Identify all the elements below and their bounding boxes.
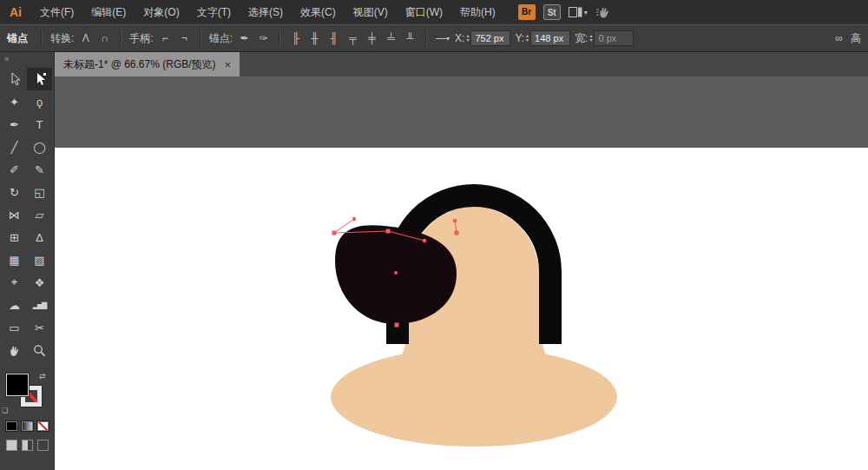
align-left-icon[interactable]: ╟ <box>288 30 303 47</box>
canvas[interactable] <box>55 76 868 470</box>
tools-panel: « ✦ ϙ ✒ T ╱ ◯ ✐ <box>0 52 55 470</box>
menu-type[interactable]: 文字(T) <box>188 0 240 24</box>
handle-end-point[interactable] <box>352 217 356 221</box>
mesh-tool[interactable]: ▦ <box>2 248 27 271</box>
column-graph-tool[interactable]: ▂▅▇ <box>27 294 52 316</box>
shape-builder-tool[interactable]: ⊞ <box>2 226 27 248</box>
pencil-tool[interactable]: ✎ <box>27 158 52 181</box>
menu-effect[interactable]: 效果(C) <box>292 0 345 24</box>
magnifier-icon <box>33 344 46 357</box>
stepper-down-icon[interactable]: ▾ <box>526 38 529 43</box>
menu-select[interactable]: 选择(S) <box>240 0 292 24</box>
swap-fill-stroke-icon[interactable]: ⇄ <box>39 372 46 381</box>
default-colors-icon[interactable]: ❏ <box>2 407 8 414</box>
convert-corner-icon[interactable]: Λ <box>78 30 93 47</box>
fill-color-swatch[interactable] <box>6 374 29 396</box>
color-button[interactable] <box>5 420 18 432</box>
y-stepper[interactable]: ▴ ▾ <box>526 34 529 43</box>
illustrator-window: Ai 文件(F) 编辑(E) 对象(O) 文字(T) 选择(S) 效果(C) 视… <box>0 0 868 470</box>
menu-window[interactable]: 窗口(W) <box>397 0 451 24</box>
tab-bar: 未标题-1* @ 66.67% (RGB/预览) × <box>55 52 868 76</box>
y-input[interactable]: 148 px <box>530 30 570 46</box>
menu-view[interactable]: 视图(V) <box>345 0 397 24</box>
x-stepper[interactable]: ▴ ▾ <box>466 34 469 43</box>
rotate-tool[interactable]: ↻ <box>2 181 27 203</box>
none-button[interactable] <box>36 420 49 432</box>
anchor-point[interactable] <box>386 229 391 234</box>
anchor-point[interactable] <box>332 231 337 235</box>
convert-label: 转换: <box>50 31 74 46</box>
show-handles-icon[interactable]: ⌐ <box>158 30 173 47</box>
menu-help[interactable]: 帮助(H) <box>451 0 504 24</box>
width-input[interactable]: 0 px <box>594 30 634 46</box>
draw-behind-icon[interactable] <box>22 440 33 451</box>
constrain-proportions-icon[interactable]: ∞ <box>832 30 846 47</box>
width-stepper[interactable]: ▴ ▾ <box>589 34 592 43</box>
x-input[interactable]: 752 px <box>470 30 510 46</box>
tab-close-icon[interactable]: × <box>225 58 232 71</box>
scale-tool[interactable]: ◱ <box>27 181 52 203</box>
divider <box>120 30 122 47</box>
anchor-point[interactable] <box>395 323 399 328</box>
workspace-switcher[interactable]: ▾ <box>569 7 588 17</box>
line-segment-tool[interactable]: ╱ <box>2 136 27 158</box>
align-right-icon[interactable]: ╢ <box>326 30 341 47</box>
body-shape[interactable] <box>331 348 617 447</box>
draw-inside-icon[interactable] <box>37 440 49 451</box>
menu-edit[interactable]: 编辑(E) <box>82 0 135 24</box>
document-tab[interactable]: 未标题-1* @ 66.67% (RGB/预览) × <box>55 52 240 76</box>
stock-icon[interactable]: St <box>543 4 561 20</box>
distribute-icon[interactable]: ╨ <box>403 30 418 47</box>
divider <box>279 30 280 47</box>
chevron-down-icon: ▾ <box>584 9 588 17</box>
paintbrush-tool[interactable]: ✐ <box>2 158 27 181</box>
align-center-icon[interactable]: ╫ <box>307 30 322 47</box>
divider <box>425 30 427 47</box>
menu-file[interactable]: 文件(F) <box>31 0 82 24</box>
align-bottom-icon[interactable]: ╧ <box>384 30 398 47</box>
symbol-sprayer-tool[interactable]: ☁ <box>2 294 27 316</box>
eyedropper-tool[interactable]: ⌖ <box>2 271 27 294</box>
align-top-icon[interactable]: ╤ <box>345 30 360 47</box>
lasso-tool[interactable]: ϙ <box>27 90 52 113</box>
hide-handles-icon[interactable]: ¬ <box>177 30 192 47</box>
handle-end-point[interactable] <box>453 219 457 222</box>
menu-object[interactable]: 对象(O) <box>135 0 187 24</box>
anchor-point[interactable] <box>455 231 459 235</box>
magic-wand-tool[interactable]: ✦ <box>2 90 27 113</box>
tab-title: 未标题-1* @ 66.67% (RGB/预览) <box>63 57 216 72</box>
x-field: X: ▴ ▾ 752 px <box>455 30 510 46</box>
ellipse-tool[interactable]: ◯ <box>27 136 52 158</box>
selection-tool[interactable] <box>2 68 27 90</box>
remove-anchor-icon[interactable]: ✒ <box>237 30 252 47</box>
object-center-point[interactable] <box>394 271 398 275</box>
stepper-down-icon[interactable]: ▾ <box>589 38 592 43</box>
workspace-icon <box>569 7 582 17</box>
handle-end-point[interactable] <box>423 239 426 242</box>
stroke-style-dropdown[interactable]: — ▾ <box>435 30 450 47</box>
blend-tool[interactable]: ❖ <box>27 271 52 294</box>
hand-tool[interactable] <box>2 339 27 361</box>
draw-normal-icon[interactable] <box>6 440 17 451</box>
gesture-hand-icon[interactable] <box>595 6 611 18</box>
align-middle-icon[interactable]: ╪ <box>365 30 379 47</box>
width-tool[interactable]: ⋈ <box>2 203 27 226</box>
pen-tool[interactable]: ✒ <box>2 113 27 136</box>
stepper-down-icon[interactable]: ▾ <box>466 38 469 43</box>
add-anchor-icon[interactable]: ✑ <box>256 30 271 47</box>
type-tool[interactable]: T <box>27 113 52 136</box>
artboard-tool[interactable]: ▭ <box>2 316 27 339</box>
app-logo[interactable]: Ai <box>0 5 31 19</box>
gradient-tool[interactable]: ▨ <box>27 248 52 271</box>
anchors-label: 锚点: <box>209 31 233 46</box>
zoom-tool[interactable] <box>27 339 52 361</box>
slice-tool[interactable]: ✂ <box>27 316 52 339</box>
panel-collapse-icon[interactable]: « <box>0 52 54 68</box>
bridge-icon[interactable]: Br <box>518 4 536 20</box>
convert-smooth-icon[interactable]: ∩ <box>97 30 112 47</box>
free-transform-tool[interactable]: ▱ <box>27 203 52 226</box>
context-label: 锚点 <box>7 31 28 46</box>
gradient-button[interactable] <box>21 420 34 432</box>
direct-selection-tool[interactable] <box>27 68 52 90</box>
perspective-grid-tool[interactable]: ∆ <box>27 226 52 248</box>
